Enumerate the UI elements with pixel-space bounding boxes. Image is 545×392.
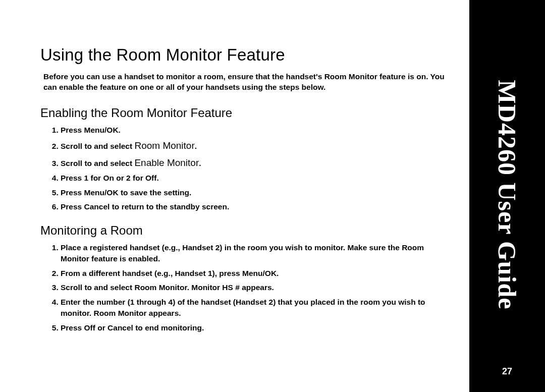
step-item: Press Menu/OK. (61, 123, 454, 137)
monitor-steps: Place a registered handset (e.g., Handse… (43, 241, 454, 335)
step-text: Scroll to and select (61, 142, 134, 150)
step-item: From a different handset (e.g., Handset … (61, 266, 454, 281)
step-text: Off (145, 174, 156, 182)
step-text: On (103, 174, 114, 182)
step-text: . (199, 159, 201, 167)
step-item: Enter the number (1 through 4) of the ha… (61, 295, 454, 321)
step-item: Place a registered handset (e.g., Handse… (61, 241, 454, 266)
step-text: Handset 1 (175, 269, 212, 277)
step-item: Press Cancel to return to the standby sc… (61, 200, 454, 214)
sidebar: MD4260 User Guide 27 (469, 0, 545, 392)
step-text: Press (61, 188, 84, 197)
step-text: Room Monitor (134, 283, 187, 292)
section-monitor-heading: Monitoring a Room (40, 223, 454, 238)
step-text: Place a registered handset (e.g., (61, 243, 182, 252)
step-text: . (277, 269, 279, 277)
step-text: to save the setting. (119, 188, 192, 197)
step-item: Scroll to and select Room Monitor. Monit… (61, 281, 454, 295)
step-item: Press Menu/OK to save the setting. (61, 186, 454, 200)
guide-title: MD4260 User Guide (493, 80, 522, 309)
ui-label: Enable Monitor (134, 157, 199, 168)
page-title: Using the Room Monitor Feature (40, 45, 454, 65)
step-text: Handset 2 (182, 243, 220, 252)
step-text: Press (61, 202, 84, 211)
step-text: or 2 for (114, 174, 145, 182)
page-number: 27 (469, 366, 545, 377)
step-text: Off (84, 323, 95, 332)
step-text: Enter the number (1 through 4) of the ha… (61, 298, 236, 306)
step-text: appears. (240, 283, 274, 292)
step-text: Handset 2 (236, 298, 273, 306)
step-text: appears. (147, 309, 181, 317)
section-enable-heading: Enabling the Room Monitor Feature (40, 106, 454, 120)
step-text: to return to the standby screen. (110, 202, 229, 211)
step-item: Scroll to and select Enable Monitor. (61, 154, 454, 172)
step-text: Monitor HS # (191, 283, 240, 292)
step-text: Menu/OK (84, 126, 119, 134)
step-text: Cancel (107, 323, 133, 332)
step-text: . (156, 174, 158, 182)
step-text: Press 1 for (61, 174, 103, 182)
step-text: Scroll to and select (61, 283, 134, 292)
step-text: Room Monitor (93, 309, 146, 317)
step-item: Press 1 for On or 2 for Off. (61, 171, 454, 185)
intro-text-1: Before you can use a handset to monitor … (43, 72, 324, 81)
step-text: Menu/OK (84, 188, 119, 197)
step-item: Press Off or Cancel to end monitoring. (61, 321, 454, 335)
step-text: From a different handset (e.g., (61, 269, 175, 277)
step-text: Press (61, 126, 84, 134)
step-item: Scroll to and select Room Monitor. (61, 137, 454, 154)
ui-label: Room Monitor (134, 140, 194, 151)
enable-steps: Press Menu/OK.Scroll to and select Room … (43, 123, 454, 214)
step-text: Menu/OK (242, 269, 277, 277)
step-text: . (119, 126, 121, 134)
intro-feature-name: Room Monitor (324, 72, 377, 81)
page: MD4260 User Guide 27 Using the Room Moni… (0, 0, 545, 392)
step-text: ), press (212, 269, 242, 277)
step-text: Scroll to and select (61, 159, 134, 167)
step-text: or (95, 323, 107, 332)
step-text: . (187, 283, 192, 292)
step-text: Cancel (84, 202, 110, 211)
step-text: to end monitoring. (133, 323, 204, 332)
content-area: Using the Room Monitor Feature Before yo… (40, 45, 454, 339)
step-text: Press (61, 323, 84, 332)
step-text: . (195, 142, 197, 150)
intro-paragraph: Before you can use a handset to monitor … (43, 72, 454, 93)
